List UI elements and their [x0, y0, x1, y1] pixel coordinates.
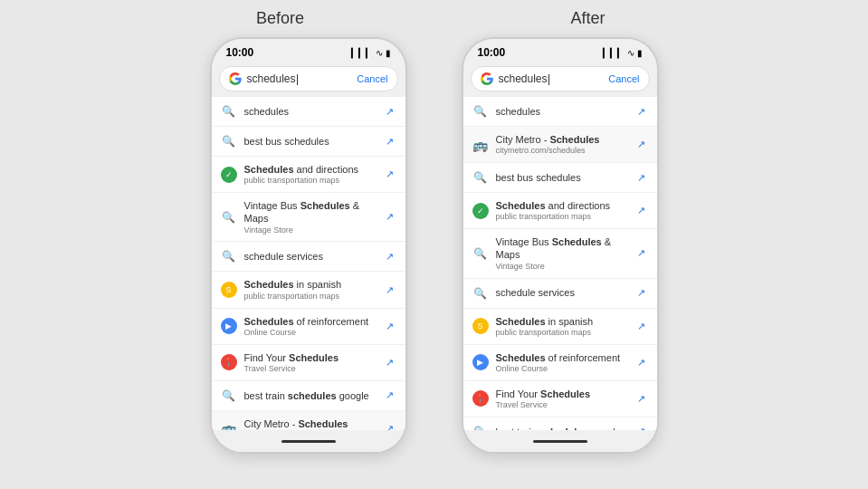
battery-icon: ▮: [637, 48, 643, 58]
suggestion-text: schedules: [244, 105, 377, 118]
suggestion-text: Find Your Schedules: [244, 351, 377, 364]
arrow-icon: ↗: [384, 389, 396, 402]
suggestion-content: Find Your Schedules Travel Service: [496, 388, 628, 410]
phones-container: 10:00 ▎▎▎ ∿ ▮ schedules Cancel: [210, 37, 659, 454]
list-item[interactable]: S Schedules in spanish public transporta…: [463, 309, 657, 345]
list-item[interactable]: 📍 Find Your Schedules Travel Service ↗: [463, 381, 657, 417]
arrow-icon: ↗: [384, 105, 396, 118]
suggestion-content: best bus schedules: [244, 135, 377, 148]
list-item[interactable]: ✓ Schedules and directions public transp…: [463, 193, 657, 229]
suggestion-text: schedules: [496, 105, 628, 118]
list-item[interactable]: ✓ Schedules and directions public transp…: [212, 157, 405, 193]
arrow-icon: ↗: [635, 139, 648, 151]
after-status-bar: 10:00 ▎▎▎ ∿ ▮: [463, 39, 657, 62]
suggestion-content: best bus schedules: [496, 171, 628, 184]
arrow-icon: ↗: [635, 356, 648, 369]
suggestion-subtext: Vintage Store: [244, 225, 377, 235]
list-item[interactable]: 🔍 schedules ↗: [212, 97, 405, 127]
list-item[interactable]: 🔍 best train schedules google ↗: [212, 381, 405, 411]
list-item[interactable]: 🚌 City Metro - Schedules citymetro.com/s…: [463, 127, 657, 163]
before-cancel-btn[interactable]: Cancel: [357, 73, 387, 84]
suggestion-text: schedule services: [496, 286, 628, 299]
header-row: Before After: [181, 9, 688, 28]
after-search-bar[interactable]: schedules Cancel: [471, 66, 650, 91]
after-status-icons: ▎▎▎ ∿ ▮: [603, 48, 643, 58]
suggestion-subtext: Online Course: [496, 364, 628, 374]
arrow-icon: ↗: [635, 105, 648, 118]
schedules-reinforcement-icon: ▶: [472, 354, 489, 370]
list-item[interactable]: 🔍 schedules ↗: [463, 97, 657, 127]
arrow-icon: ↗: [384, 250, 396, 263]
suggestion-content: Schedules in spanish public transportati…: [244, 278, 377, 301]
suggestion-content: City Metro - Schedules citymetro.com/sch…: [244, 417, 377, 430]
after-time: 10:00: [478, 46, 506, 59]
suggestion-text: best bus schedules: [496, 171, 628, 184]
list-item[interactable]: 🔍 Vintage Bus Schedules & Maps Vintage S…: [463, 229, 657, 278]
before-search-bar[interactable]: schedules Cancel: [219, 66, 398, 91]
list-item[interactable]: 🔍 schedule services ↗: [212, 242, 405, 272]
list-item[interactable]: 🔍 schedule services ↗: [463, 279, 657, 309]
bus-icon: 🚌: [472, 137, 489, 153]
suggestion-content: Find Your Schedules Travel Service: [244, 351, 377, 374]
arrow-icon: ↗: [384, 320, 396, 332]
google-logo: [229, 72, 242, 85]
before-suggestions-list: 🔍 schedules ↗ 🔍 best bus schedules ↗: [212, 97, 405, 430]
suggestion-content: Schedules and directions public transpor…: [244, 163, 377, 186]
list-item[interactable]: 📍 Find Your Schedules Travel Service ↗: [212, 345, 405, 381]
schedules-directions-icon: ✓: [472, 203, 489, 219]
arrow-icon: ↗: [384, 135, 396, 148]
list-item[interactable]: 🔍 Vintage Bus Schedules & Maps Vintage S…: [212, 193, 405, 242]
wifi-icon: ∿: [376, 48, 383, 58]
arrow-icon: ↗: [384, 356, 396, 369]
suggestion-subtext: citymetro.com/schedules: [496, 146, 628, 156]
before-bottom-bar: [212, 430, 405, 452]
suggestion-text: City Metro - Schedules: [244, 417, 377, 430]
suggestion-content: Schedules and directions public transpor…: [496, 199, 628, 222]
search-icon: 🔍: [472, 169, 489, 186]
suggestion-text: Schedules and directions: [496, 199, 628, 212]
list-item[interactable]: 🚌 City Metro - Schedules citymetro.com/s…: [212, 411, 405, 430]
schedules-directions-icon: ✓: [221, 167, 237, 183]
arrow-icon: ↗: [384, 168, 396, 181]
suggestion-text: Schedules of reinforcement: [244, 315, 377, 328]
suggestion-subtext: Online Course: [244, 328, 377, 338]
suggestion-subtext: Travel Service: [496, 400, 628, 410]
bus-icon: 🚌: [221, 420, 237, 430]
arrow-icon: ↗: [635, 171, 648, 184]
list-item[interactable]: S Schedules in spanish public transporta…: [212, 272, 405, 308]
arrow-icon: ↗: [635, 320, 648, 332]
suggestion-subtext: public transportation maps: [496, 328, 628, 338]
before-status-bar: 10:00 ▎▎▎ ∿ ▮: [212, 39, 405, 62]
list-item[interactable]: 🔍 best bus schedules ↗: [463, 163, 657, 193]
search-icon: 🔍: [472, 103, 489, 120]
find-schedules-icon: 📍: [472, 390, 489, 407]
list-item[interactable]: 🔍 best bus schedules ↗: [212, 127, 405, 157]
suggestion-content: Vintage Bus Schedules & Maps Vintage Sto…: [496, 235, 628, 271]
search-icon: 🔍: [472, 245, 489, 262]
arrow-icon: ↗: [635, 287, 648, 300]
after-cancel-btn[interactable]: Cancel: [608, 73, 639, 84]
google-logo: [481, 72, 493, 85]
list-item[interactable]: ▶ Schedules of reinforcement Online Cour…: [212, 309, 405, 345]
arrow-icon: ↗: [635, 247, 648, 260]
suggestion-text: Vintage Bus Schedules & Maps: [496, 235, 628, 262]
search-icon: 🔍: [221, 248, 237, 264]
suggestion-content: Schedules in spanish public transportati…: [496, 315, 628, 338]
signal-icon: ▎▎▎: [603, 48, 625, 58]
before-status-icons: ▎▎▎ ∿ ▮: [351, 48, 391, 58]
search-icon: 🔍: [221, 209, 237, 225]
before-label: Before: [181, 9, 380, 28]
before-search-text: schedules: [247, 72, 352, 85]
after-bottom-bar: [463, 430, 657, 452]
schedules-spanish-icon: S: [472, 318, 489, 334]
list-item[interactable]: ▶ Schedules of reinforcement Online Cour…: [463, 345, 657, 381]
arrow-icon: ↗: [384, 283, 396, 296]
suggestion-subtext: public transportation maps: [496, 212, 628, 222]
suggestion-text: Vintage Bus Schedules & Maps: [244, 199, 377, 225]
after-label: After: [489, 9, 688, 28]
arrow-icon: ↗: [384, 211, 396, 224]
search-icon: 🔍: [472, 285, 489, 302]
after-search-text: schedules: [499, 72, 604, 85]
list-item[interactable]: 🔍 best train schedules google ↗: [463, 417, 657, 430]
suggestion-content: schedule services: [244, 250, 377, 263]
